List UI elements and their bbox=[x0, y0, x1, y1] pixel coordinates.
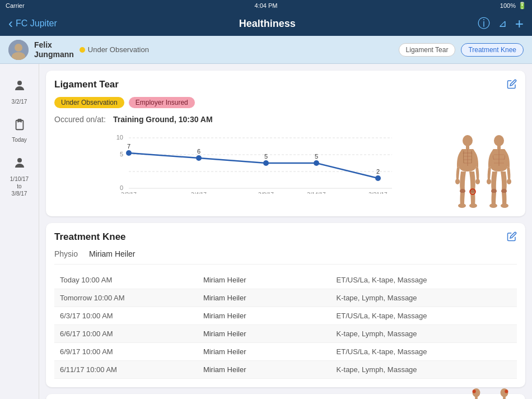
body-diagram bbox=[450, 132, 517, 208]
svg-point-51 bbox=[487, 179, 491, 184]
svg-text:2: 2 bbox=[376, 168, 380, 175]
chart-wrapper: 10 5 0 bbox=[54, 132, 450, 208]
treatment-session-row: Tomorrow 10:00 AM Miriam Heiler K-tape, … bbox=[54, 289, 517, 307]
treatment-knee-edit[interactable] bbox=[507, 231, 517, 244]
nav-title: Healthiness bbox=[239, 18, 296, 30]
occurred-value: Training Ground, 10:30 AM bbox=[113, 115, 213, 124]
ligament-tear-tag[interactable]: Ligament Tear bbox=[399, 43, 456, 57]
session-provider: Miriam Heiler bbox=[198, 289, 331, 307]
svg-text:3/21/17: 3/21/17 bbox=[368, 192, 388, 194]
person2-icon bbox=[13, 156, 26, 173]
svg-point-55 bbox=[489, 203, 497, 208]
session-datetime: Tomorrow 10:00 AM bbox=[54, 289, 198, 307]
svg-point-16 bbox=[126, 150, 132, 156]
skin-body-back bbox=[492, 388, 517, 399]
occurred-row: Occured on/at: Training Ground, 10:30 AM bbox=[54, 115, 517, 124]
skin-injury-body bbox=[464, 388, 517, 399]
under-observation-badge: Under Observation bbox=[54, 97, 124, 108]
svg-point-58 bbox=[473, 389, 476, 393]
clipboard-icon bbox=[13, 119, 26, 134]
svg-point-17 bbox=[196, 155, 202, 161]
employer-insured-badge: Employer Insured bbox=[129, 97, 195, 108]
body-front bbox=[454, 135, 482, 208]
session-treatment: K-tape, Lymph, Massage bbox=[331, 361, 517, 379]
time-label: 4:04 PM bbox=[255, 2, 278, 9]
content-area: Ligament Tear Under Observation Employer… bbox=[39, 64, 532, 399]
add-icon[interactable]: + bbox=[515, 15, 524, 33]
sidebar-item-person2[interactable]: 1/10/17 to 3/8/17 bbox=[0, 150, 39, 204]
back-label: FC Jupiter bbox=[16, 18, 57, 29]
status-label: Under Observation bbox=[88, 45, 149, 54]
ligament-tear-edit[interactable] bbox=[507, 79, 517, 92]
physio-info: Physio Miriam Heiler bbox=[54, 249, 517, 265]
treatment-knee-title: Treatment Knee bbox=[54, 231, 517, 243]
svg-point-42 bbox=[458, 203, 466, 208]
treatment-session-row: 6/11/17 10:00 AM Miriam Heiler K-tape, L… bbox=[54, 361, 517, 379]
sidebar-today-label: Today bbox=[12, 137, 27, 143]
svg-point-53 bbox=[491, 189, 497, 193]
person-icon bbox=[13, 79, 26, 96]
info-icon[interactable]: ⓘ bbox=[478, 15, 490, 32]
session-provider: Miriam Heiler bbox=[198, 343, 331, 361]
svg-point-56 bbox=[501, 203, 508, 208]
status-dot bbox=[80, 47, 85, 53]
occurred-label: Occured on/at: bbox=[54, 115, 110, 124]
avatar bbox=[8, 40, 29, 60]
session-treatment: K-tape, Lymph, Massage bbox=[331, 289, 517, 307]
svg-point-20 bbox=[375, 175, 381, 181]
svg-text:5: 5 bbox=[315, 153, 318, 160]
physio-name: Miriam Heiler bbox=[89, 249, 135, 258]
treatment-session-row: Today 10:00 AM Miriam Heiler ET/US/La, K… bbox=[54, 271, 517, 289]
skin-injury-card: Skin injury - half closed Occured on/at:… bbox=[46, 394, 525, 399]
treatment-knee-tag[interactable]: Treatment Knee bbox=[461, 43, 524, 57]
svg-point-3 bbox=[17, 81, 22, 85]
carrier-label: Carrier bbox=[6, 2, 25, 9]
session-provider: Miriam Heiler bbox=[198, 361, 331, 379]
svg-text:5: 5 bbox=[120, 151, 123, 157]
session-datetime: 6/11/17 10:00 AM bbox=[54, 361, 198, 379]
ligament-badges: Under Observation Employer Insured bbox=[54, 97, 517, 108]
svg-point-39 bbox=[475, 179, 480, 184]
svg-point-18 bbox=[263, 160, 269, 166]
main-content: 3/2/17 Today 1/10/17 to 3/8/17 bbox=[0, 64, 532, 399]
svg-point-31 bbox=[463, 135, 473, 146]
session-datetime: Today 10:00 AM bbox=[54, 271, 198, 289]
svg-point-1 bbox=[15, 44, 22, 52]
svg-text:3/14/17: 3/14/17 bbox=[307, 192, 326, 194]
sidebar-date-1: 3/2/17 bbox=[12, 98, 27, 105]
session-provider: Miriam Heiler bbox=[198, 325, 331, 343]
physio-label: Physio bbox=[54, 249, 78, 258]
svg-text:5: 5 bbox=[264, 153, 268, 160]
chart-area: 10 5 0 bbox=[54, 132, 517, 208]
svg-rect-46 bbox=[497, 146, 501, 149]
skin-body-front bbox=[464, 388, 489, 399]
user-status: Under Observation bbox=[80, 45, 149, 54]
session-treatment: ET/US/La, K-tape, Massage bbox=[331, 271, 517, 289]
back-icon: ‹ bbox=[8, 16, 13, 31]
nav-actions: ⓘ ⊿ + bbox=[478, 15, 524, 33]
session-treatment: ET/US/La, K-tape, Massage bbox=[331, 343, 517, 361]
svg-point-40 bbox=[460, 189, 465, 193]
filter-icon[interactable]: ⊿ bbox=[498, 17, 507, 30]
svg-text:3/2/17: 3/2/17 bbox=[121, 192, 137, 194]
sidebar-item-clipboard[interactable]: Today bbox=[0, 112, 39, 150]
session-datetime: 6/3/17 10:00 AM bbox=[54, 307, 198, 325]
nav-bar: ‹ FC Jupiter Healthiness ⓘ ⊿ + bbox=[0, 11, 532, 36]
body-back bbox=[485, 135, 513, 208]
ligament-tear-title: Ligament Tear bbox=[54, 79, 517, 90]
battery-label: 100% 🔋 bbox=[500, 2, 526, 10]
status-bar: Carrier 4:04 PM 100% 🔋 bbox=[0, 0, 532, 11]
svg-text:10: 10 bbox=[116, 134, 123, 141]
svg-text:7: 7 bbox=[127, 143, 130, 150]
svg-rect-59 bbox=[475, 397, 478, 399]
back-button[interactable]: ‹ FC Jupiter bbox=[8, 16, 57, 31]
session-provider: Miriam Heiler bbox=[198, 271, 331, 289]
treatment-sessions-table: Today 10:00 AM Miriam Heiler ET/US/La, K… bbox=[54, 271, 517, 379]
svg-point-8 bbox=[17, 158, 22, 163]
session-datetime: 6/9/17 10:00 AM bbox=[54, 343, 198, 361]
treatment-session-row: 6/3/17 10:00 AM Miriam Heiler ET/US/La, … bbox=[54, 307, 517, 325]
session-provider: Miriam Heiler bbox=[198, 307, 331, 325]
treatment-session-row: 6/9/17 10:00 AM Miriam Heiler ET/US/La, … bbox=[54, 343, 517, 361]
sidebar-item-person[interactable]: 3/2/17 bbox=[0, 72, 39, 112]
svg-point-43 bbox=[469, 203, 477, 208]
